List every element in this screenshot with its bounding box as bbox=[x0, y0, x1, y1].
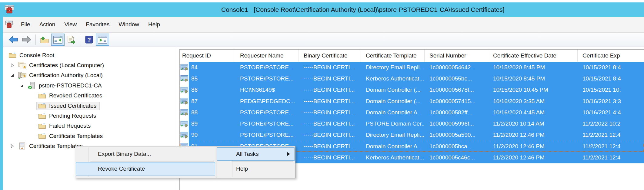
table-row[interactable]: 87 PEDGE\PEDGEDC... -----BEGIN CERTI... … bbox=[180, 96, 644, 107]
back-button[interactable] bbox=[7, 34, 20, 46]
column-header-binary-certificate[interactable]: Binary Certificate bbox=[299, 50, 361, 62]
certificate-icon bbox=[180, 62, 189, 73]
folder-icon bbox=[37, 103, 47, 109]
folder-icon bbox=[37, 93, 47, 99]
export-list-button[interactable] bbox=[65, 34, 78, 46]
tree-item-pstore-pstoredc1-ca[interactable]: pstore-PSTOREDC1-CA bbox=[3, 80, 177, 90]
tree-item-certificates-local-computer[interactable]: Certificates (Local Computer) bbox=[3, 60, 177, 70]
toolbar-separator bbox=[80, 34, 80, 45]
tree-item-issued-certificates[interactable]: Issued Certificates bbox=[3, 101, 177, 111]
menu-item-revoke-certificate[interactable]: Revoke Certificate bbox=[76, 162, 215, 175]
menu-item-all-tasks[interactable]: All Tasks bbox=[217, 147, 295, 161]
certificate-icon bbox=[180, 84, 189, 96]
certificate-icon bbox=[180, 118, 189, 129]
tree-item-console-root[interactable]: Console Root bbox=[3, 50, 177, 60]
folder-icon bbox=[37, 133, 47, 139]
collapse-arrow-icon[interactable] bbox=[18, 84, 26, 87]
folder-icon bbox=[37, 123, 47, 129]
folder-icon bbox=[37, 113, 47, 119]
menu-action[interactable]: Action bbox=[35, 17, 60, 32]
titlebar[interactable]: Console1 - [Console Root\Certification A… bbox=[0, 2, 644, 17]
table-header: Request ID Requester Name Binary Certifi… bbox=[180, 50, 644, 62]
tree-item-certificate-templates-folder[interactable]: Certificate Templates bbox=[3, 131, 177, 141]
window-title: Console1 - [Console Root\Certification A… bbox=[221, 2, 505, 17]
show-hide-action-pane-button[interactable] bbox=[96, 34, 109, 46]
tree-item-certification-authority[interactable]: Certification Authority (Local) bbox=[3, 70, 177, 80]
expand-arrow-icon[interactable] bbox=[8, 144, 16, 148]
table-row[interactable]: 86 HCI\N36149$ -----BEGIN CERTI... Domai… bbox=[180, 84, 644, 96]
menu-window[interactable]: Window bbox=[114, 17, 144, 32]
submenu-arrow-icon bbox=[287, 152, 290, 156]
mmc-toolbox-icon bbox=[4, 5, 15, 15]
menu-item-export-binary-data[interactable]: Export Binary Data... bbox=[76, 147, 215, 161]
toolbar: ? bbox=[3, 33, 644, 47]
folder-icon bbox=[8, 52, 17, 58]
tree-item-failed-requests[interactable]: Failed Requests bbox=[3, 121, 177, 131]
tree-item-pending-requests[interactable]: Pending Requests bbox=[3, 111, 177, 121]
column-header-request-id[interactable]: Request ID bbox=[180, 50, 235, 62]
up-one-level-button[interactable] bbox=[38, 34, 51, 46]
certificate-icon bbox=[180, 96, 189, 107]
certification-authority-icon bbox=[17, 71, 27, 79]
certificate-templates-icon bbox=[17, 142, 27, 150]
menu-separator bbox=[90, 161, 214, 162]
show-hide-console-tree-button[interactable] bbox=[51, 34, 65, 46]
toolbar-separator bbox=[35, 34, 36, 45]
certificate-icon bbox=[180, 129, 189, 141]
context-menu: All Tasks Help bbox=[216, 146, 295, 178]
forward-button[interactable] bbox=[20, 34, 33, 46]
window-left-border bbox=[0, 17, 3, 190]
menu-help[interactable]: Help bbox=[144, 17, 165, 32]
column-header-serial-number[interactable]: Serial Number bbox=[425, 50, 488, 62]
collapse-arrow-icon[interactable] bbox=[8, 74, 16, 77]
server-check-icon bbox=[27, 81, 37, 90]
certificate-icon bbox=[180, 107, 189, 118]
table-row[interactable]: 90 PSTORE\PSTORE... -----BEGIN CERTI... … bbox=[180, 129, 644, 141]
menu-file[interactable]: File bbox=[16, 17, 35, 32]
tree-item-revoked-certificates[interactable]: Revoked Certificates bbox=[3, 91, 177, 101]
table-row[interactable]: 85 PSTORE\PSTORE... -----BEGIN CERTI... … bbox=[180, 73, 644, 84]
column-header-certificate-effective-date[interactable]: Certificate Effective Date bbox=[488, 50, 578, 62]
all-tasks-submenu: Export Binary Data... Revoke Certificate bbox=[75, 146, 216, 178]
table-row[interactable]: 88 PSTORE\PSTORE... -----BEGIN CERTI... … bbox=[180, 107, 644, 118]
svg-text:?: ? bbox=[87, 37, 91, 43]
menu-view[interactable]: View bbox=[60, 17, 81, 32]
column-header-requester-name[interactable]: Requester Name bbox=[235, 50, 299, 62]
certificates-icon bbox=[17, 61, 27, 69]
menu-separator bbox=[232, 161, 293, 162]
column-header-certificate-expiration-date[interactable]: Certificate Exp bbox=[578, 50, 644, 62]
menu-item-help[interactable]: Help bbox=[217, 162, 295, 175]
help-button[interactable]: ? bbox=[82, 34, 96, 46]
table-row[interactable]: 89 PSTORE\PSTORE... -----BEGIN CERTI... … bbox=[180, 118, 644, 129]
menu-favorites[interactable]: Favorites bbox=[81, 17, 114, 32]
mmc-window: Console1 - [Console Root\Certification A… bbox=[0, 0, 644, 190]
mmc-toolbox-icon bbox=[5, 21, 13, 28]
certificate-icon bbox=[180, 73, 189, 84]
expand-arrow-icon[interactable] bbox=[8, 63, 16, 67]
column-header-certificate-template[interactable]: Certificate Template bbox=[361, 50, 425, 62]
menubar: File Action View Favorites Window Help bbox=[3, 17, 644, 33]
table-row[interactable]: 84 PSTORE\PSTORE... -----BEGIN CERTI... … bbox=[180, 62, 644, 73]
